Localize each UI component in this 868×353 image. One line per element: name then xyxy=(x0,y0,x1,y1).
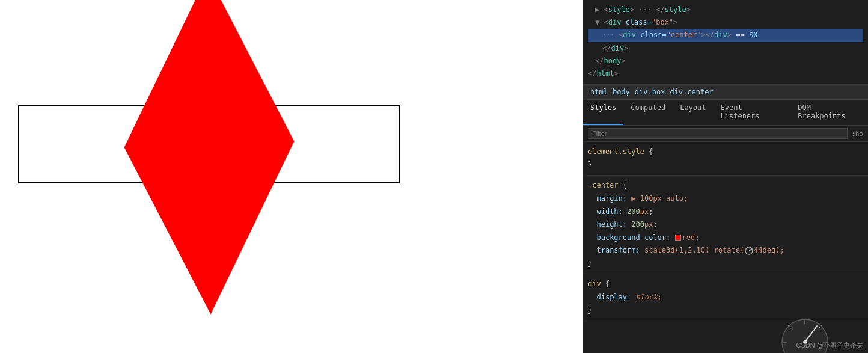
styles-panel[interactable]: :ho element.style { } .center { margin: … xyxy=(583,126,868,353)
css-rule-center: .center { margin: ▶ 100px auto; width: 2… xyxy=(583,176,868,274)
css-selector-div: div xyxy=(588,280,601,288)
watermark: CSDN @小黑子史蒂夫 xyxy=(796,341,863,350)
css-prop-transform: transform: xyxy=(596,246,640,254)
svg-line-1 xyxy=(749,249,752,251)
rotate-icon xyxy=(745,247,753,255)
dom-line-close-body[interactable]: </body> xyxy=(588,55,863,67)
css-rule-div: div { display: block; } xyxy=(583,274,868,321)
css-prop-background-color: background-color: xyxy=(596,233,670,242)
devtools-panel: ▶ <style> ··· </style> ▼ <div class="box… xyxy=(583,0,868,353)
filter-input[interactable] xyxy=(588,128,848,139)
dom-line-style[interactable]: ▶ <style> ··· </style> xyxy=(588,4,863,16)
tab-event-listeners[interactable]: Event Listeners xyxy=(714,100,791,125)
css-prop-width: width: xyxy=(596,207,622,216)
tabs-bar: Styles Computed Layout Event Listeners D… xyxy=(583,100,868,126)
center-element xyxy=(124,0,294,315)
filter-hint: :ho xyxy=(851,130,863,138)
filter-bar: :ho xyxy=(583,126,868,142)
breadcrumb-body[interactable]: body xyxy=(610,88,632,96)
dom-line-close-html[interactable]: </html> xyxy=(588,67,863,80)
tab-styles[interactable]: Styles xyxy=(583,100,623,125)
dom-line-close-div[interactable]: </div> xyxy=(588,42,863,55)
breadcrumb: html body div.box div.center xyxy=(583,84,868,100)
breadcrumb-html[interactable]: html xyxy=(588,88,610,96)
tab-layout[interactable]: Layout xyxy=(673,100,713,125)
dom-tree: ▶ <style> ··· </style> ▼ <div class="box… xyxy=(583,0,868,84)
tab-dom-breakpoints[interactable]: DOM Breakpoints xyxy=(790,100,868,125)
box-element xyxy=(18,105,400,183)
css-selector-element-style: element.style xyxy=(588,147,644,156)
tab-computed[interactable]: Computed xyxy=(623,100,673,125)
css-prop-margin: margin: xyxy=(596,194,627,203)
breadcrumb-div-box[interactable]: div.box xyxy=(632,88,668,96)
css-prop-height: height: xyxy=(596,220,627,229)
dom-line-div-box[interactable]: ▼ <div class="box"> xyxy=(588,16,863,29)
css-prop-display: display: xyxy=(596,293,631,301)
color-swatch-red[interactable] xyxy=(675,235,681,241)
css-rule-element-style: element.style { } xyxy=(583,142,868,176)
styles-content: element.style { } .center { margin: ▶ 10… xyxy=(583,142,868,353)
dom-line-div-center[interactable]: ··· <div class="center"></div> == $0 xyxy=(588,29,863,41)
preview-panel xyxy=(0,0,583,353)
css-selector-center: .center xyxy=(588,181,619,189)
breadcrumb-div-center[interactable]: div.center xyxy=(667,88,715,96)
